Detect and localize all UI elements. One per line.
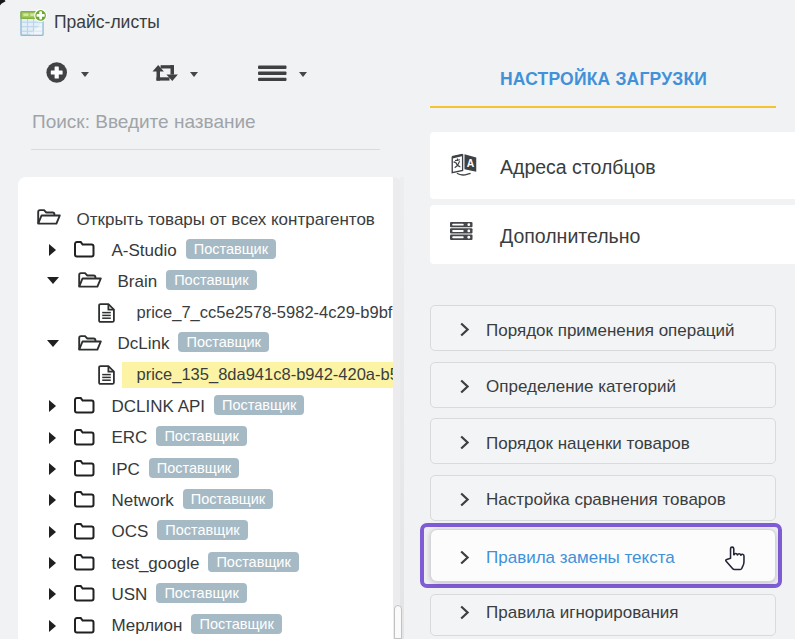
svg-text:A: A bbox=[467, 158, 475, 169]
